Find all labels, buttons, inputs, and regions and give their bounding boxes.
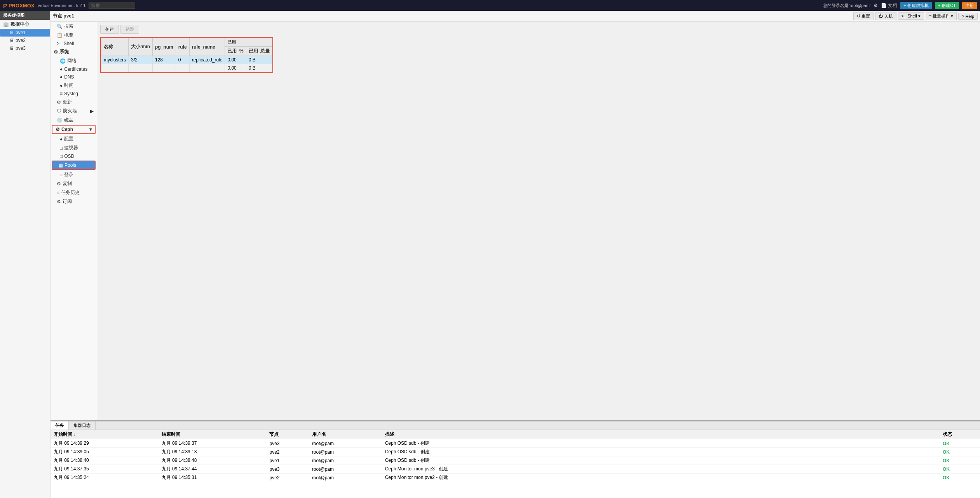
menu-disk[interactable]: 💿 磁盘 (51, 115, 97, 124)
bulk-action-button[interactable]: ≡ 批量操作 ▾ (926, 12, 957, 20)
log-status: OK (940, 456, 980, 465)
log-user: root@pam (309, 439, 382, 448)
menu-replication[interactable]: ⚙ 复制 (51, 179, 97, 188)
disk-icon: 💿 (57, 117, 63, 123)
datacenter-item[interactable]: 🏢 数据中心 (0, 20, 50, 29)
log-start: 九月 09 14:38:40 (51, 456, 159, 465)
col-start[interactable]: 开始时间 ↓ (51, 430, 159, 439)
pools-table: 名称 大小/min pg_num rule rule_name 已用 已用_% … (101, 38, 272, 72)
log-start: 九月 09 14:37:35 (51, 465, 159, 474)
log-end: 九月 09 14:37:44 (159, 465, 267, 474)
col-used-total: 已用_总量 (246, 47, 272, 56)
menu-certificates[interactable]: ● Certificates (51, 65, 97, 73)
menu-summary[interactable]: 📋 概要 (51, 31, 97, 40)
col-end[interactable]: 结束时间 (159, 430, 267, 439)
log-node: pve1 (266, 456, 309, 465)
cell-pgnum: 128 (153, 56, 176, 64)
menu-ceph-login[interactable]: ≡ 登录 (51, 170, 97, 179)
create-pool-button[interactable]: 创建 (100, 25, 119, 34)
menu-ceph-pools[interactable]: ▦ Pools (52, 161, 95, 169)
help-button[interactable]: ? Help (958, 13, 978, 20)
replication-icon: ⚙ (57, 181, 61, 187)
tab-tasks[interactable]: 任务 (51, 421, 69, 430)
menu-ceph-osd[interactable]: □ OSD (51, 152, 97, 160)
search-input[interactable] (89, 2, 135, 9)
menu-ceph[interactable]: ⚙ Ceph ▾ (52, 126, 95, 133)
menu-updates[interactable]: ⚙ 更新 (51, 98, 97, 107)
log-user: root@pam (309, 448, 382, 456)
footer-pct: 0.00 (225, 64, 246, 72)
destroy-pool-button[interactable]: 销毁 (120, 25, 139, 34)
bottom-table-area: 开始时间 ↓ 结束时间 节点 用户名 描述 状态 九月 09 14:39:29 … (51, 430, 980, 498)
table-row[interactable]: myclusters 3/2 128 0 replicated_rule 0.0… (101, 56, 272, 64)
menu-network[interactable]: 🌐 网络 (51, 56, 97, 65)
col-user[interactable]: 用户名 (309, 430, 382, 439)
shell-button[interactable]: >_ Shell ▾ (898, 12, 924, 20)
register-button[interactable]: 注册 (962, 2, 977, 9)
logo-text: PROXMOX (9, 3, 34, 9)
menu-time[interactable]: ● 时间 (51, 81, 97, 90)
node-pve1[interactable]: 🖥 pve1 (0, 29, 50, 37)
ceph-arrow: ▾ (89, 127, 92, 132)
cert-icon: ● (60, 66, 63, 72)
log-row[interactable]: 九月 09 14:38:40 九月 09 14:38:48 pve1 root@… (51, 456, 980, 465)
shutdown-button[interactable]: ⏻ 关机 (875, 12, 896, 20)
log-node: pve2 (266, 448, 309, 456)
topbar: P PROXMOX Virtual Environment 5.2-1 您的登录… (0, 0, 980, 11)
log-row[interactable]: 九月 09 14:35:24 九月 09 14:35:31 pve2 root@… (51, 474, 980, 482)
tab-cluster-log[interactable]: 集群日志 (69, 421, 96, 430)
log-user: root@pam (309, 474, 382, 482)
col-status[interactable]: 状态 (940, 430, 980, 439)
log-node: pve3 (266, 439, 309, 448)
node-pve3[interactable]: 🖥 pve3 (0, 44, 50, 52)
node-menu: 🔍 搜索 📋 概要 >_ Shell ⚙ 系统 🌐 网络 (51, 22, 97, 420)
log-desc: Ceph OSD sdb - 创建 (382, 456, 940, 465)
subscription-icon: ⚙ (57, 199, 61, 204)
create-vm-button[interactable]: + 创建虚拟机 (900, 2, 931, 9)
menu-syslog[interactable]: ≡ Syslog (51, 90, 97, 98)
log-end: 九月 09 14:38:48 (159, 456, 267, 465)
menu-firewall[interactable]: 🛡 防火墙 ▶ (51, 107, 97, 115)
cell-used-total: 0 B (246, 56, 272, 64)
cell-name: myclusters (101, 56, 129, 64)
logo: P PROXMOX (3, 2, 34, 9)
firewall-icon: 🛡 (57, 108, 61, 114)
col-desc[interactable]: 描述 (382, 430, 940, 439)
left-tree: 服务虚拟图 🏢 数据中心 🖥 pve1 🖥 pve2 🖥 pve3 (0, 11, 51, 498)
ceph-icon: ⚙ (56, 127, 60, 132)
log-row[interactable]: 九月 09 14:37:35 九月 09 14:37:44 pve3 root@… (51, 465, 980, 474)
log-desc: Ceph Monitor mon.pve2 - 创建 (382, 474, 940, 482)
sidebar-header: 服务虚拟图 (0, 11, 50, 20)
menu-system[interactable]: ⚙ 系统 (51, 47, 97, 56)
bottom-panel: 任务 集群日志 开始时间 ↓ 结束时间 节点 用户名 描述 状态 (51, 420, 980, 498)
log-row[interactable]: 九月 09 14:39:29 九月 09 14:39:37 pve3 root@… (51, 439, 980, 448)
log-end: 九月 09 14:35:31 (159, 474, 267, 482)
docs-icon[interactable]: 📄 文档 (881, 2, 897, 9)
menu-task-history[interactable]: ≡ 任务历史 (51, 188, 97, 197)
dns-icon: ● (60, 74, 63, 80)
summary-icon: 📋 (57, 33, 63, 38)
osd-icon: □ (60, 154, 63, 159)
arrow-icon: ▶ (90, 108, 94, 114)
node-icon-2: 🖥 (9, 38, 14, 43)
create-ct-button[interactable]: + 创建CT (935, 2, 959, 9)
col-node[interactable]: 节点 (266, 430, 309, 439)
network-icon: 🌐 (60, 58, 66, 64)
log-start: 九月 09 14:39:05 (51, 448, 159, 456)
menu-shell[interactable]: >_ Shell (51, 40, 97, 47)
menu-dns[interactable]: ● DNS (51, 73, 97, 81)
cell-size: 3/2 (129, 56, 153, 64)
log-desc: Ceph OSD sdb - 创建 (382, 439, 940, 448)
menu-ceph-config[interactable]: ● 配置 (51, 135, 97, 143)
menu-search[interactable]: 🔍 搜索 (51, 22, 97, 31)
node-pve2[interactable]: 🖥 pve2 (0, 37, 50, 44)
menu-ceph-monitor[interactable]: □ 监视器 (51, 143, 97, 152)
config-icon: ● (60, 136, 63, 142)
cell-used-pct: 0.00 (225, 56, 246, 64)
settings-icon[interactable]: ⚙ (874, 3, 878, 8)
log-user: root@pam (309, 456, 382, 465)
user-info: 您的登录名是'root@pam' (823, 3, 870, 9)
log-row[interactable]: 九月 09 14:39:05 九月 09 14:39:13 pve2 root@… (51, 448, 980, 456)
reset-button[interactable]: ↺ 重置 (853, 12, 874, 20)
menu-subscription[interactable]: ⚙ 订阅 (51, 197, 97, 206)
